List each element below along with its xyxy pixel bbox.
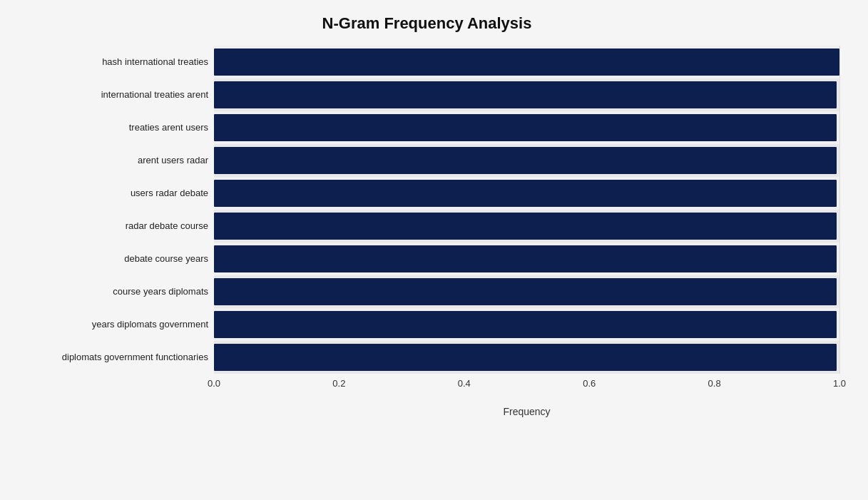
x-tick: 0.0 xyxy=(208,378,220,389)
bar-row xyxy=(214,308,839,341)
bars-and-grid xyxy=(214,46,839,374)
x-tick: 0.4 xyxy=(458,378,471,389)
bar xyxy=(214,114,837,141)
y-label: years diplomats government xyxy=(14,308,208,341)
y-label: arent users radar xyxy=(14,144,208,177)
bar xyxy=(214,49,839,76)
y-label: users radar debate xyxy=(14,177,208,210)
bar-row xyxy=(214,46,839,78)
bar-row xyxy=(214,111,839,144)
x-tick: 0.6 xyxy=(583,378,596,389)
x-axis: 0.00.20.40.60.81.0 xyxy=(214,378,839,386)
x-tick: 1.0 xyxy=(833,378,846,389)
bar-row xyxy=(214,243,839,275)
x-axis-label: Frequency xyxy=(214,406,839,417)
bar xyxy=(214,213,837,240)
y-label: debate course years xyxy=(14,243,208,275)
bar-row xyxy=(214,144,839,177)
bar xyxy=(214,147,837,174)
x-tick: 0.8 xyxy=(708,378,721,389)
bar xyxy=(214,344,837,371)
bar-row xyxy=(214,275,839,308)
bar-row xyxy=(214,78,839,111)
y-labels: hash international treatiesinternational… xyxy=(14,46,214,374)
bar xyxy=(214,278,837,305)
bar xyxy=(214,180,837,207)
y-label: course years diplomats xyxy=(14,275,208,308)
bar-row xyxy=(214,177,839,210)
x-tick: 0.2 xyxy=(332,378,345,389)
chart-title: N-Gram Frequency Analysis xyxy=(14,14,839,33)
bar xyxy=(214,81,837,108)
chart-area: hash international treatiesinternational… xyxy=(14,46,839,417)
y-label: diplomats government functionaries xyxy=(14,341,208,374)
bar xyxy=(214,245,837,272)
chart-container: N-Gram Frequency Analysis hash internati… xyxy=(0,0,868,500)
y-label: radar debate course xyxy=(14,210,208,243)
y-label: hash international treaties xyxy=(14,46,208,78)
y-label: international treaties arent xyxy=(14,78,208,111)
y-label: treaties arent users xyxy=(14,111,208,144)
bar-row xyxy=(214,210,839,243)
bar xyxy=(214,311,837,338)
bar-row xyxy=(214,341,839,374)
bars-section: hash international treatiesinternational… xyxy=(14,46,839,374)
